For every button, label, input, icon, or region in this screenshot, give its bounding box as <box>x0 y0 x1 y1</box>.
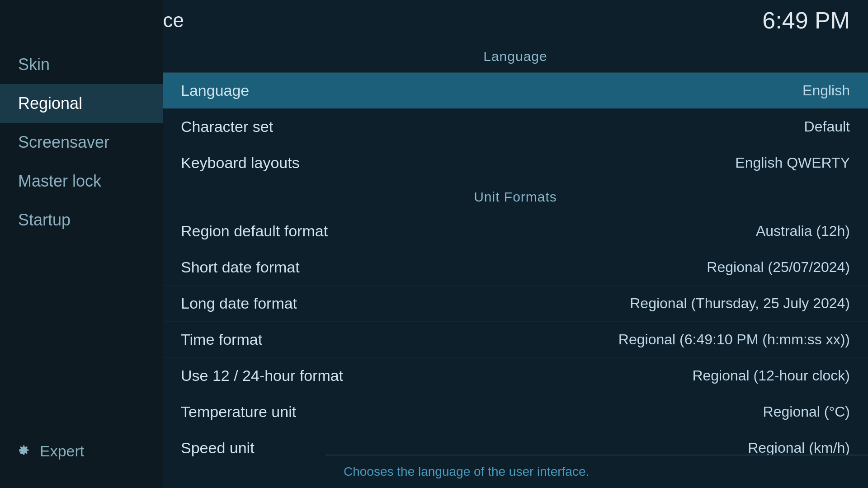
expert-label: Expert <box>40 442 84 460</box>
speed-unit-label: Speed unit <box>181 439 255 457</box>
character-set-value: Default <box>804 118 850 135</box>
region-default-format-row[interactable]: Region default format Australia (12h) <box>163 213 868 249</box>
keyboard-layouts-value: English QWERTY <box>735 155 850 171</box>
time-format-value: Regional (6:49:10 PM (h:mm:ss xx)) <box>618 331 850 348</box>
language-section-header: Language <box>163 41 868 73</box>
use-hour-format-value: Regional (12-hour clock) <box>692 367 850 384</box>
long-date-format-value: Regional (Thursday, 25 July 2024) <box>630 295 850 312</box>
main-content: Language Language English Character set … <box>163 41 868 488</box>
short-date-format-row[interactable]: Short date format Regional (25/07/2024) <box>163 249 868 286</box>
sidebar-item-startup[interactable]: Startup <box>0 201 163 239</box>
time-format-label: Time format <box>181 331 262 348</box>
sidebar-item-skin[interactable]: Skin <box>0 45 163 84</box>
character-set-row[interactable]: Character set Default <box>163 109 868 145</box>
character-set-label: Character set <box>181 118 273 136</box>
short-date-format-label: Short date format <box>181 258 300 276</box>
use-hour-format-row[interactable]: Use 12 / 24-hour format Regional (12-hou… <box>163 358 868 394</box>
temperature-unit-row[interactable]: Temperature unit Regional (°C) <box>163 394 868 430</box>
expert-button[interactable]: Expert <box>0 432 163 470</box>
status-bar: Chooses the language of the user interfa… <box>326 455 868 488</box>
sidebar-item-regional[interactable]: Regional <box>0 84 163 123</box>
language-row[interactable]: Language English <box>163 73 868 109</box>
region-default-format-label: Region default format <box>181 222 328 240</box>
sidebar-item-screensaver[interactable]: Screensaver <box>0 123 163 162</box>
language-label: Language <box>181 82 249 99</box>
temperature-unit-label: Temperature unit <box>181 403 296 421</box>
region-default-format-value: Australia (12h) <box>756 223 850 239</box>
speed-unit-value: Regional (km/h) <box>748 440 850 456</box>
time-format-row[interactable]: Time format Regional (6:49:10 PM (h:mm:s… <box>163 322 868 358</box>
sidebar-item-master-lock[interactable]: Master lock <box>0 162 163 201</box>
unit-formats-section-header: Unit Formats <box>163 181 868 213</box>
gear-icon <box>14 442 32 460</box>
keyboard-layouts-row[interactable]: Keyboard layouts English QWERTY <box>163 145 868 181</box>
status-text: Chooses the language of the user interfa… <box>344 465 589 479</box>
keyboard-layouts-label: Keyboard layouts <box>181 154 300 172</box>
use-hour-format-label: Use 12 / 24-hour format <box>181 367 343 385</box>
sidebar: Skin Regional Screensaver Master lock St… <box>0 0 163 488</box>
long-date-format-label: Long date format <box>181 295 297 312</box>
long-date-format-row[interactable]: Long date format Regional (Thursday, 25 … <box>163 286 868 322</box>
short-date-format-value: Regional (25/07/2024) <box>707 259 850 276</box>
temperature-unit-value: Regional (°C) <box>763 404 850 420</box>
language-value: English <box>802 82 850 99</box>
clock: 6:49 PM <box>762 7 850 34</box>
